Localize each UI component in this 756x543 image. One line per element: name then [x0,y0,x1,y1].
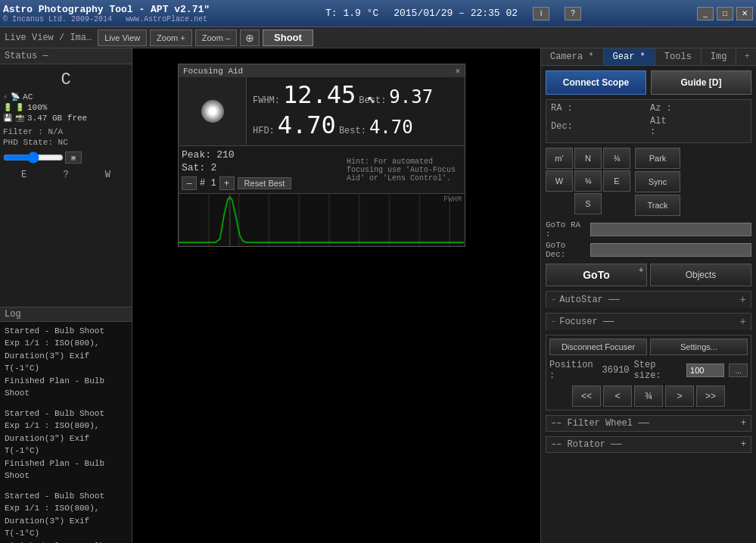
m-prime-button[interactable]: m' [546,148,573,169]
track-button[interactable]: Track [635,195,680,216]
focus-nav-dbl-right[interactable]: >> [696,385,725,407]
goto-dec-label: GoTo Dec: [546,241,587,259]
compass-row: E ? W [3,170,129,180]
connect-scope-button[interactable]: Connect Scope [546,70,646,95]
dec-label: Dec: [551,121,574,132]
center-button[interactable]: ¾ [574,170,602,192]
rotator-section[interactable]: – – Rotator —— + [546,436,751,453]
autostar-plus-button[interactable]: + [740,294,746,306]
park-button[interactable]: Park [635,148,680,169]
goto-ra-label: GoTo RA : [546,220,587,239]
south-button[interactable]: S [574,193,602,214]
alt-label: Alt : [650,116,673,137]
left-panel: Status — C ⚡ 📡 AC 🔋 🔋 100% 💾 📸 3.47 GB f… [0,48,132,543]
liveview-area[interactable]: ↖ Focusing Aid ✕ FWHM: 12.45 Best: [132,48,540,543]
az-label: Az : [650,103,673,114]
zoom-center-button[interactable]: ⊕ [240,30,260,46]
dots-button[interactable]: ... [729,364,748,377]
step-size-input[interactable] [686,364,724,377]
focusing-aid-body: FWHM: 12.45 Best: 9.37 HFD: 4.70 Best: 4… [179,77,465,145]
fa-graph-canvas [179,194,465,246]
live-view-button[interactable]: Live View [98,30,147,46]
fa-hint: Hint: For automated focusing use 'Auto-F… [341,149,462,190]
north-button[interactable]: N [574,148,602,169]
tab-camera[interactable]: Camera * [541,48,604,65]
focuser-section-header[interactable]: – Focuser —— + [546,313,751,330]
datetime-display: 2015/01/29 – 22:35 02 [394,8,518,19]
focuser-plus-button[interactable]: + [740,316,746,328]
zoom-plus-button[interactable]: Zoom + [150,30,192,46]
fa-plus-button[interactable]: + [219,176,235,190]
disconnect-focuser-button[interactable]: Disconnect Focuser [549,339,647,355]
battery-icon: 🔋 [3,103,12,112]
filter-wheel-plus[interactable]: + [741,418,746,429]
filter-wheel-section[interactable]: – – Filter Wheel —— + [546,415,751,432]
fa-bottom-left: Peak: 210 Sat: 2 – # 1 + Reset Best [182,149,341,190]
focusing-aid-title: Focusing Aid [183,67,243,76]
three-quarters-n-button[interactable]: ¾ [603,148,630,169]
tab-img[interactable]: Img [702,48,737,65]
goto-ra-row: GoTo RA : [546,220,751,239]
guide-button[interactable]: Guide [D] [651,70,751,95]
tab-add[interactable]: + [739,48,756,65]
hfd-row: HFD: 4.70 Best: 4.70 [253,111,459,139]
zoom-minus-button[interactable]: Zoom – [195,30,237,46]
focus-nav-right[interactable]: > [665,385,694,407]
dir-empty-1 [546,193,573,214]
fa-graph-label: FWHM [443,195,462,204]
center-panel: ↖ Focusing Aid ✕ FWHM: 12.45 Best: [132,48,540,543]
filter-wheel-dash: – [551,418,556,429]
storage-icon2: 📸 [15,114,24,123]
log-entry: Finished Plan - Bulb Shoot [5,457,127,482]
filter-row: Filter : N/A [3,127,129,136]
tab-gear[interactable]: Gear * [604,48,655,65]
info-button[interactable]: i [533,7,549,20]
exposure-slider[interactable] [3,152,64,163]
sync-button[interactable]: Sync [635,171,680,192]
battery-icon2: 🔋 [15,103,24,112]
goto-dec-input[interactable] [590,243,751,257]
log-entry: Started - Bulb Shoot [5,325,127,338]
fa-minus-button[interactable]: – [182,176,197,190]
dir-empty-2 [603,193,630,214]
log-content: Started - Bulb Shoot Exp 1/1 : ISO(800),… [0,322,132,544]
east-button[interactable]: E [603,170,630,192]
status-content: C ⚡ 📡 AC 🔋 🔋 100% 💾 📸 3.47 GB free Filte… [0,64,132,307]
focusing-aid-close[interactable]: ✕ [455,66,460,76]
west-button[interactable]: W [546,170,573,192]
close-button[interactable]: ✕ [736,7,753,20]
scope-guide-row: Connect Scope Guide [D] [546,70,751,95]
position-label: Position : [549,360,598,381]
goto-button[interactable]: GoTo + [546,264,647,286]
shoot-button[interactable]: Shoot [263,30,313,46]
rotator-plus[interactable]: + [741,439,746,450]
best-value-1: 9.37 [389,86,433,108]
maximize-button[interactable]: □ [717,7,733,20]
sat-label: Sat: [182,162,205,173]
objects-button[interactable]: Objects [650,264,751,286]
focuser-settings-button[interactable]: Settings... [650,339,748,355]
minimize-button[interactable]: _ [697,7,714,20]
fwhm-value: 12.45 [283,80,356,109]
temperature-display: T: 1.9 °C [325,8,378,19]
goto-ra-input[interactable] [590,223,751,236]
fa-bottom: Peak: 210 Sat: 2 – # 1 + Reset Best [179,145,465,193]
fa-graph: FWHM [179,193,465,246]
goto-objects-row: GoTo + Objects [546,264,751,286]
focus-nav-three-quarters[interactable]: ¾ [634,385,663,407]
log-entry: Exp 1/1 : ISO(800), Duration(3") Exif T(… [5,337,127,375]
help-button[interactable]: ? [565,7,581,20]
compass-w: W [105,170,110,180]
reset-best-button[interactable]: Reset Best [238,177,292,189]
autostar-section-header[interactable]: – AutoStar —— + [546,291,751,308]
direction-pad: m' N ¾ W ¾ E S [546,148,630,214]
goto-dec-row: GoTo Dec: [546,241,751,259]
rotator-label: – Rotator —— [556,439,621,450]
tab-tools[interactable]: Tools [655,48,702,65]
park-sync-track: Park Sync Track [635,148,680,216]
log-group-3: Started - Bulb Shoot Exp 1/1 : ISO(800),… [5,490,127,544]
focus-nav-dbl-left[interactable]: << [572,385,601,407]
focus-nav-left[interactable]: < [603,385,632,407]
view-icon: ▣ [65,151,82,164]
log-panel: Log Started - Bulb Shoot Exp 1/1 : ISO(8… [0,307,132,544]
